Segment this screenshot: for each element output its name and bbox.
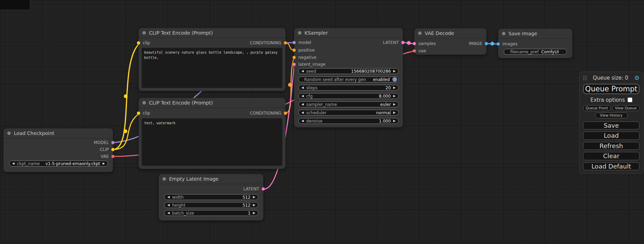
port-label: vae <box>418 48 426 53</box>
widget-value: enabled <box>373 77 390 82</box>
cfg-widget[interactable]: ◀ cfg 8.000 ▶ <box>298 93 399 99</box>
decrement-arrow-icon[interactable]: ◀ <box>301 119 304 123</box>
node-graph-canvas[interactable]: Load Checkpoint MODEL CLIP VAE ◀ ckpt_na… <box>0 0 644 244</box>
latent-port-dot[interactable] <box>262 187 265 191</box>
node-title-bar[interactable]: Save Image <box>498 29 572 39</box>
queue-front-button[interactable]: Queue Front <box>583 105 611 111</box>
input-port-model: model <box>292 40 311 45</box>
increment-arrow-icon[interactable]: ▶ <box>393 94 396 98</box>
node-vae-decode[interactable]: VAE Decode samples vae IMAGE <box>414 28 486 55</box>
decrement-arrow-icon[interactable]: ◀ <box>167 196 170 199</box>
node-title-bar[interactable]: CLIP Text Encode (Prompt) <box>139 98 285 108</box>
clip-port-dot[interactable] <box>137 41 140 45</box>
batch-size-widget[interactable]: ◀ batch_size 1 ▶ <box>164 210 258 216</box>
clear-button[interactable]: Clear <box>583 152 639 160</box>
increment-arrow-icon[interactable]: ▶ <box>253 196 255 199</box>
steps-widget[interactable]: ◀ steps 20 ▶ <box>298 85 399 91</box>
ckpt-name-widget[interactable]: ◀ ckpt_name v1-5-pruned-emaonly.ckpt ▶ <box>9 161 108 166</box>
load-default-button[interactable]: Load Default <box>583 162 639 170</box>
decrement-arrow-icon[interactable]: ◀ <box>167 204 170 207</box>
decrement-arrow-icon[interactable]: ◀ <box>12 162 15 165</box>
node-title: CLIP Text Encode (Prompt) <box>149 30 213 36</box>
filename-prefix-widget[interactable]: filename_prefix ComfyUI <box>504 49 567 55</box>
node-clip-text-encode-positive[interactable]: CLIP Text Encode (Prompt) clip CONDITION… <box>139 28 285 91</box>
decrement-arrow-icon[interactable]: ◀ <box>301 70 304 73</box>
link-midpoint-dot <box>288 83 292 87</box>
widget-label: denoise <box>306 119 377 124</box>
node-ksampler[interactable]: KSampler model positive negative latent_… <box>294 28 403 127</box>
view-queue-button[interactable]: View Queue <box>612 105 640 111</box>
output-port-image: IMAGE <box>469 41 488 46</box>
latent-image-port-dot[interactable] <box>292 63 296 66</box>
decrement-arrow-icon[interactable]: ◀ <box>167 211 170 215</box>
node-load-checkpoint[interactable]: Load Checkpoint MODEL CLIP VAE ◀ ckpt_na… <box>3 128 113 172</box>
sampler-name-widget[interactable]: ◀ sampler_name euler ▶ <box>298 101 399 107</box>
decrement-arrow-icon[interactable]: ◀ <box>301 103 304 106</box>
settings-gear-icon[interactable]: ⚙ <box>634 75 639 81</box>
increment-arrow-icon[interactable]: ▶ <box>393 103 396 106</box>
clip-port-dot[interactable] <box>111 148 115 151</box>
output-port-latent: LATENT <box>244 187 265 191</box>
extra-options-checkbox[interactable] <box>628 98 632 102</box>
node-title-bar[interactable]: CLIP Text Encode (Prompt) <box>139 28 285 38</box>
decrement-arrow-icon[interactable]: ◀ <box>301 111 304 114</box>
widget-value: 20 <box>386 85 391 90</box>
image-port-dot[interactable] <box>485 42 488 45</box>
width-widget[interactable]: ◀ width 512 ▶ <box>164 194 258 200</box>
increment-arrow-icon[interactable]: ▶ <box>253 211 255 215</box>
collapse-dot-icon[interactable] <box>142 101 146 105</box>
vae-port-dot[interactable] <box>413 49 416 53</box>
increment-arrow-icon[interactable]: ▶ <box>393 70 396 73</box>
save-button[interactable]: Save <box>583 121 639 129</box>
collapse-dot-icon[interactable] <box>7 132 11 135</box>
node-title-bar[interactable]: Empty Latent Image <box>159 174 263 184</box>
view-history-button[interactable]: View History <box>595 112 628 118</box>
collapse-dot-icon[interactable] <box>298 31 301 35</box>
scheduler-widget[interactable]: ◀ scheduler normal ▶ <box>298 110 399 116</box>
increment-arrow-icon[interactable]: ▶ <box>103 162 105 165</box>
node-title-bar[interactable]: KSampler <box>294 28 403 38</box>
clip-port-dot[interactable] <box>137 111 140 115</box>
vae-port-dot[interactable] <box>111 155 115 158</box>
model-port-dot[interactable] <box>111 141 115 144</box>
model-port-dot[interactable] <box>292 41 296 44</box>
node-clip-text-encode-negative[interactable]: CLIP Text Encode (Prompt) clip CONDITION… <box>139 98 285 169</box>
latent-port-dot[interactable] <box>401 41 405 44</box>
queue-prompt-button[interactable]: Queue Prompt <box>583 84 639 94</box>
denoise-widget[interactable]: ◀ denoise 1.000 ▶ <box>298 118 399 124</box>
increment-arrow-icon[interactable]: ▶ <box>393 111 396 114</box>
decrement-arrow-icon[interactable]: ◀ <box>301 94 304 98</box>
samples-port-dot[interactable] <box>413 42 416 45</box>
toggle-knob-icon[interactable] <box>392 77 397 82</box>
collapse-dot-icon[interactable] <box>142 31 146 35</box>
positive-port-dot[interactable] <box>292 48 296 52</box>
increment-arrow-icon[interactable]: ▶ <box>253 204 255 207</box>
node-title-bar[interactable]: VAE Decode <box>414 28 486 38</box>
conditioning-port-dot[interactable] <box>284 111 287 115</box>
negative-port-dot[interactable] <box>292 56 296 59</box>
collapse-dot-icon[interactable] <box>162 177 166 181</box>
drag-handle-icon[interactable] <box>583 75 587 81</box>
seed-widget[interactable]: ◀ seed 156680208700286 ▶ <box>298 68 399 74</box>
collapse-dot-icon[interactable] <box>502 32 505 35</box>
increment-arrow-icon[interactable]: ▶ <box>393 86 396 89</box>
port-label: VAE <box>101 154 109 159</box>
input-port-positive: positive <box>292 48 315 53</box>
node-empty-latent-image[interactable]: Empty Latent Image LATENT ◀ width 512 ▶ … <box>159 174 263 220</box>
load-button[interactable]: Load <box>583 132 639 139</box>
prompt-textarea[interactable]: text, watermark <box>142 118 282 166</box>
conditioning-port-dot[interactable] <box>284 41 287 45</box>
collapse-dot-icon[interactable] <box>418 31 422 35</box>
prompt-textarea[interactable]: beautiful scenery nature glass bottle la… <box>142 48 282 88</box>
refresh-button[interactable]: Refresh <box>583 142 639 150</box>
port-label: clip <box>143 40 150 45</box>
input-port-clip: clip <box>137 40 150 45</box>
decrement-arrow-icon[interactable]: ◀ <box>301 86 304 89</box>
queue-size-label: Queue size: 0 <box>587 75 634 81</box>
images-port-dot[interactable] <box>496 42 500 46</box>
height-widget[interactable]: ◀ height 512 ▶ <box>164 202 258 208</box>
node-save-image[interactable]: Save Image images filename_prefix ComfyU… <box>498 29 572 58</box>
random-seed-widget[interactable]: Random seed after every gen enabled <box>298 76 399 82</box>
increment-arrow-icon[interactable]: ▶ <box>393 119 396 123</box>
node-title-bar[interactable]: Load Checkpoint <box>3 128 113 138</box>
